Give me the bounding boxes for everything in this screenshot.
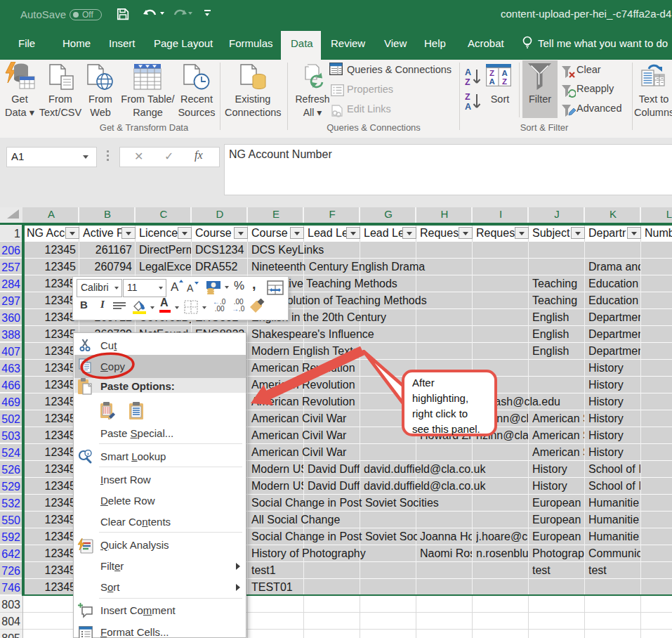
svg-text:A: A [465, 102, 471, 112]
svg-text:Z: Z [502, 77, 507, 86]
svg-text:Z: Z [465, 92, 470, 102]
svg-text:A: A [489, 77, 495, 86]
svg-text:Z: Z [489, 69, 494, 77]
svg-text:A: A [465, 67, 471, 77]
svg-text:Z: Z [465, 77, 470, 87]
svg-text:A: A [502, 69, 508, 77]
